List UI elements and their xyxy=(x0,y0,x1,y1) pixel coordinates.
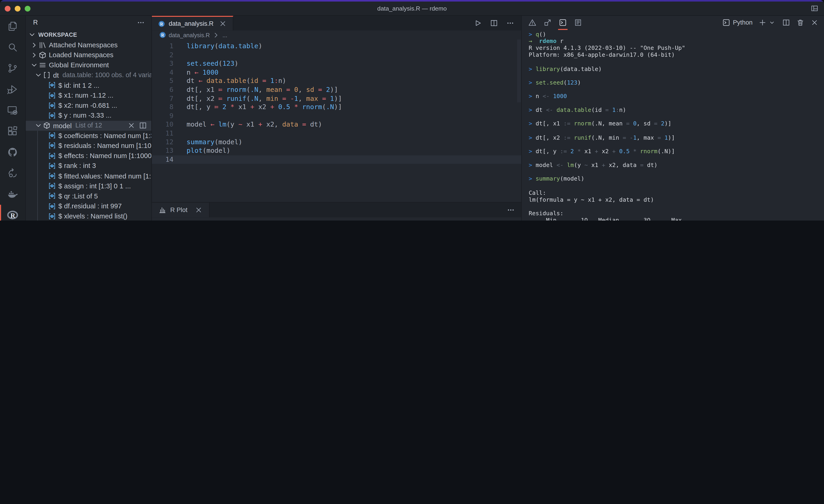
editor-scrollbar[interactable] xyxy=(517,39,521,102)
terminal-profile-label: Python xyxy=(733,19,752,26)
tab-data-analysis[interactable]: R data_analysis.R xyxy=(152,16,233,30)
books-icon xyxy=(38,41,47,49)
tree-item[interactable]: modelList of 12 xyxy=(26,121,151,131)
indent-guide xyxy=(37,211,38,221)
new-terminal-icon[interactable] xyxy=(758,18,767,27)
more-actions-icon[interactable] xyxy=(506,19,515,27)
split-editor-icon[interactable] xyxy=(490,19,498,27)
indent-guide xyxy=(37,151,38,161)
tree-item[interactable]: $ fitted.values: Named num [1:10... xyxy=(26,171,151,181)
close-panel-icon[interactable] xyxy=(810,18,819,27)
field-icon xyxy=(48,81,56,90)
tree-item[interactable]: $ id: int 1 2 ... xyxy=(26,80,151,90)
code-editor[interactable]: 1library(data.table)23set.seed(123)4n ← … xyxy=(152,39,521,202)
chevron-right-icon[interactable] xyxy=(30,41,38,49)
field-icon xyxy=(48,202,56,211)
svg-text:R: R xyxy=(160,22,163,26)
tree-item[interactable]: $ residuals : Named num [1:1000... xyxy=(26,141,151,151)
activity-bar: R xyxy=(0,16,25,221)
activity-live-share-icon[interactable] xyxy=(0,163,25,183)
field-icon xyxy=(48,91,56,100)
activity-remote-explorer-icon[interactable] xyxy=(0,100,25,121)
tree-item[interactable]: $ xlevels : Named list() xyxy=(26,211,151,221)
tree-item[interactable]: $ qr :List of 5 xyxy=(26,191,151,201)
activity-search-icon[interactable] xyxy=(0,37,25,58)
tree-item[interactable]: dtdata.table: 1000 obs. of 4 varia... xyxy=(26,70,151,80)
tab-r-plot[interactable]: R Plot xyxy=(152,203,210,217)
tree-item[interactable]: $ df.residual : int 997 xyxy=(26,201,151,211)
problems-icon[interactable] xyxy=(528,18,537,27)
more-actions-icon[interactable] xyxy=(507,206,515,214)
tree-item[interactable]: $ y : num -3.33 ... xyxy=(26,111,151,121)
plot-tab-bar: R Plot xyxy=(152,203,521,217)
tree-item[interactable]: Loaded Namespaces xyxy=(26,50,151,60)
activity-run-debug-icon[interactable] xyxy=(0,79,25,100)
terminal-actions: Python xyxy=(722,18,819,27)
tree-item[interactable]: $ x1: num -1.12 ... xyxy=(26,90,151,100)
code-line[interactable]: 4n ← 1000 xyxy=(152,68,521,77)
window-title: data_analysis.R — rdemo xyxy=(0,5,824,11)
code-line[interactable]: 14 xyxy=(152,155,521,164)
terminal-icon[interactable] xyxy=(559,18,567,27)
split-terminal-icon[interactable] xyxy=(782,18,791,27)
code-line[interactable]: 1library(data.table) xyxy=(152,42,521,51)
terminal-panel: Python > q()→ rdemo rR version 4.1.3 (20… xyxy=(522,16,824,221)
plot-tab-label: R Plot xyxy=(170,206,188,214)
run-file-icon[interactable] xyxy=(474,19,482,27)
tree-item[interactable]: Global Environment xyxy=(26,60,151,70)
output-icon[interactable] xyxy=(543,18,552,27)
breadcrumb[interactable]: R data_analysis.R ... xyxy=(152,30,521,39)
chevron-down-icon[interactable] xyxy=(768,18,776,27)
activity-extensions-icon[interactable] xyxy=(0,121,25,142)
terminal-output[interactable]: > q()→ rdemo rR version 4.1.3 (2022-03-1… xyxy=(522,29,824,221)
tree-item[interactable]: $ coefficients : Named num [1:3]... xyxy=(26,130,151,141)
debug-console-icon[interactable] xyxy=(574,18,582,27)
vscode-window: data_analysis.R — rdemo R R WORKSPACE At… xyxy=(0,0,824,221)
code-line[interactable]: 6dt[, x1 ≔ rnorm(.N, mean = 0, sd = 2)] xyxy=(152,86,521,94)
activity-r-icon[interactable]: R xyxy=(0,205,25,221)
breadcrumb-file[interactable]: data_analysis.R xyxy=(169,32,210,38)
code-line[interactable]: 3set.seed(123) xyxy=(152,59,521,68)
terminal-profile[interactable]: Python xyxy=(722,18,752,27)
split-view-icon[interactable] xyxy=(139,121,147,130)
tree-item-label: Loaded Namespaces xyxy=(49,51,114,59)
editor-tab-bar: R data_analysis.R xyxy=(152,16,521,30)
r-plot-panel: R Plot Residuals vs Leverage0.0000.0020.… xyxy=(152,202,521,221)
chevron-down-icon[interactable] xyxy=(34,71,43,80)
chevron-down-icon[interactable] xyxy=(34,121,43,130)
breadcrumb-more[interactable]: ... xyxy=(222,32,227,38)
code-line[interactable]: 12summary(model) xyxy=(152,138,521,147)
code-line[interactable]: 8dt[, y ≔ 2 * x1 + x2 + 0.5 * rnorm(.N)] xyxy=(152,103,521,112)
activity-source-control-icon[interactable] xyxy=(0,58,25,79)
activity-explorer-icon[interactable] xyxy=(0,16,25,37)
tree-item[interactable]: $ rank : int 3 xyxy=(26,161,151,171)
tree-item-label: dt xyxy=(53,71,59,79)
code-line[interactable]: 7dt[, x2 ≔ runif(.N, min = -1, max = 1)] xyxy=(152,94,521,103)
field-icon xyxy=(48,171,56,180)
activity-docker-icon[interactable] xyxy=(0,184,25,205)
tree-item[interactable]: $ effects : Named num [1:1000] -... xyxy=(26,151,151,161)
tree-item-label: $ residuals : Named num [1:1000... xyxy=(59,142,151,149)
code-line[interactable]: 10model ← lm(y ~ x1 + x2, data = dt) xyxy=(152,120,521,129)
tree-item[interactable]: Attached Namespaces xyxy=(26,40,151,50)
code-line[interactable]: 11 xyxy=(152,129,521,138)
more-actions-icon[interactable] xyxy=(136,18,145,27)
close-tab-icon[interactable] xyxy=(219,19,227,28)
close-icon[interactable] xyxy=(194,206,203,214)
chevron-down-icon[interactable] xyxy=(30,61,38,70)
tree-item[interactable]: $ x2: num -0.681 ... xyxy=(26,100,151,111)
tree-item[interactable]: $ assign : int [1:3] 0 1 ... xyxy=(26,181,151,191)
close-icon[interactable] xyxy=(127,121,136,130)
section-workspace[interactable]: WORKSPACE xyxy=(26,29,151,40)
code-line[interactable]: 5dt ← data.table(id = 1:n) xyxy=(152,77,521,86)
code-line[interactable]: 2 xyxy=(152,51,521,59)
chevron-right-icon[interactable] xyxy=(30,51,38,59)
activity-github-icon[interactable] xyxy=(0,142,25,163)
editor-group: R data_analysis.R R data_analysis.R ... … xyxy=(151,16,522,221)
code-line[interactable]: 13plot(model) xyxy=(152,147,521,155)
code-line[interactable]: 9 xyxy=(152,112,521,120)
kill-terminal-icon[interactable] xyxy=(796,18,805,27)
chevron-right-icon xyxy=(212,31,220,39)
screen-scaler: data_analysis.R — rdemo R R WORKSPACE At… xyxy=(0,0,824,221)
field-icon xyxy=(48,162,56,170)
